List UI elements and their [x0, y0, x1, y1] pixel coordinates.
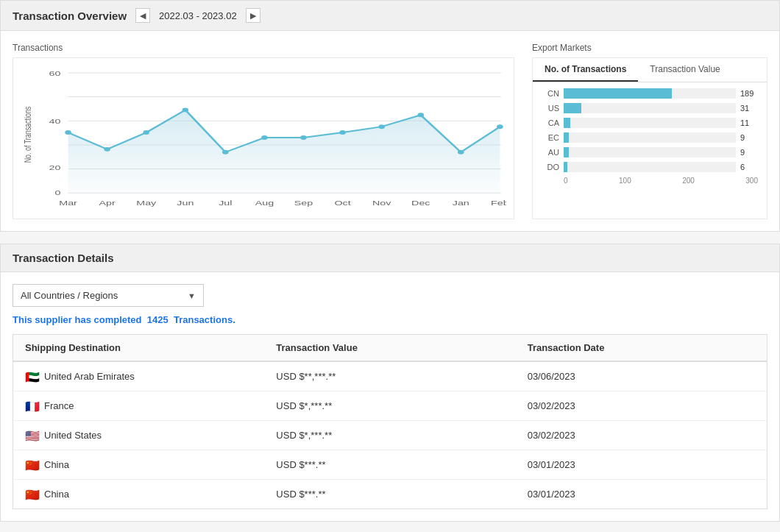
- flag-icon: 🇨🇳: [25, 460, 40, 470]
- destination-name: France: [44, 400, 74, 411]
- flag-icon: 🇺🇸: [25, 430, 40, 441]
- svg-text:60: 60: [49, 69, 61, 77]
- dropdown-wrapper: All Countries / Regions ▼: [13, 284, 767, 307]
- col-header-value: Transaction Value: [264, 335, 515, 361]
- svg-text:Apr: Apr: [99, 199, 115, 207]
- svg-text:Nov: Nov: [372, 199, 391, 207]
- table-row: 🇨🇳 China USD $***.** 03/01/2023: [13, 450, 767, 480]
- export-markets-container: No. of Transactions Transaction Value CN…: [532, 57, 767, 219]
- svg-text:No. of Transactions: No. of Transactions: [23, 106, 33, 163]
- table-cell-date: 03/06/2023: [516, 362, 767, 391]
- bar-row: CN 189: [542, 88, 758, 99]
- destination-name: United States: [44, 430, 102, 441]
- table-row: 🇦🇪 United Arab Emirates USD $**,***.** 0…: [13, 362, 767, 391]
- table-cell-value: USD $***.**: [264, 480, 515, 508]
- svg-text:Mar: Mar: [59, 199, 77, 207]
- table-cell-date: 03/01/2023: [516, 450, 767, 479]
- bar-value: 9: [740, 133, 758, 142]
- transactions-chart-section: Transactions 60 40 20 0 No. of Transacti…: [13, 43, 514, 219]
- bar-value: 9: [740, 148, 758, 157]
- table-row: 🇫🇷 France USD $*,***.** 03/02/2023: [13, 391, 767, 421]
- bar-track: [564, 103, 736, 113]
- export-markets-label: Export Markets: [532, 43, 767, 53]
- table-cell-value: USD $*,***.**: [264, 391, 515, 420]
- tab-transaction-value[interactable]: Transaction Value: [638, 58, 731, 82]
- flag-icon: 🇨🇳: [25, 489, 40, 500]
- svg-text:Dec: Dec: [411, 199, 430, 207]
- bar-fill: [564, 118, 570, 128]
- table-cell-date: 03/01/2023: [516, 480, 767, 508]
- bar-country-label: EC: [542, 133, 559, 142]
- table-header-row: Shipping Destination Transaction Value T…: [13, 335, 767, 362]
- supplier-info-prefix: This supplier has completed: [13, 314, 142, 325]
- dropdown-label: All Countries / Regions: [21, 290, 118, 301]
- svg-text:20: 20: [49, 163, 61, 171]
- table-cell-date: 03/02/2023: [516, 391, 767, 420]
- transactions-label: Transactions: [13, 43, 514, 53]
- svg-text:0: 0: [55, 188, 61, 196]
- svg-point-18: [300, 135, 307, 140]
- svg-text:May: May: [136, 199, 157, 207]
- svg-text:Jun: Jun: [177, 199, 194, 207]
- svg-point-23: [497, 124, 503, 129]
- table-cell-value: USD $*,***.**: [264, 421, 515, 450]
- destination-name: United Arab Emirates: [44, 371, 135, 382]
- svg-point-15: [182, 107, 189, 112]
- table-cell-destination: 🇫🇷 France: [13, 391, 264, 420]
- svg-point-20: [378, 124, 385, 129]
- export-markets-section: Export Markets No. of Transactions Trans…: [532, 43, 767, 219]
- transaction-details-header: Transaction Details: [0, 244, 780, 272]
- dropdown-arrow-icon: ▼: [188, 291, 196, 300]
- svg-point-16: [222, 150, 229, 155]
- section-title: Transaction Overview: [13, 10, 127, 22]
- bar-row: AU 9: [542, 147, 758, 157]
- bar-fill: [564, 88, 672, 99]
- bar-row: US 31: [542, 103, 758, 113]
- table-cell-destination: 🇺🇸 United States: [13, 421, 264, 450]
- svg-point-22: [458, 150, 464, 155]
- bar-row: EC 9: [542, 132, 758, 143]
- flag-icon: 🇦🇪: [25, 372, 40, 382]
- col-header-date: Transaction Date: [516, 335, 767, 361]
- col-header-destination: Shipping Destination: [13, 335, 264, 361]
- svg-point-19: [339, 130, 346, 135]
- supplier-info-suffix: Transactions.: [174, 314, 235, 325]
- svg-text:Jan: Jan: [453, 199, 469, 207]
- bar-row: CA 11: [542, 118, 758, 128]
- prev-period-button[interactable]: ◀: [135, 8, 150, 23]
- supplier-info: This supplier has completed 1425 Transac…: [13, 314, 767, 325]
- export-tabs: No. of Transactions Transaction Value: [533, 58, 767, 82]
- bar-country-label: AU: [542, 148, 559, 157]
- svg-text:Jul: Jul: [219, 199, 232, 207]
- details-title: Transaction Details: [13, 252, 114, 264]
- line-chart-svg: 60 40 20 0 No. of Transactions: [21, 65, 506, 211]
- bar-track: [564, 88, 736, 99]
- svg-point-12: [65, 130, 71, 135]
- bar-fill: [564, 147, 569, 157]
- date-range: 2022.03 - 2023.02: [159, 10, 237, 21]
- transaction-table: Shipping Destination Transaction Value T…: [13, 334, 767, 509]
- bar-country-label: CN: [542, 89, 559, 98]
- bar-track: [564, 132, 736, 143]
- bar-fill: [564, 132, 569, 143]
- svg-text:40: 40: [49, 117, 61, 125]
- table-cell-value: USD $***.**: [264, 450, 515, 479]
- table-cell-date: 03/02/2023: [516, 421, 767, 450]
- transaction-count: 1425: [147, 314, 169, 325]
- table-cell-destination: 🇨🇳 China: [13, 480, 264, 508]
- bar-value: 189: [740, 89, 758, 98]
- bar-value: 6: [740, 163, 758, 171]
- table-cell-value: USD $**,***.**: [264, 362, 515, 391]
- next-period-button[interactable]: ▶: [246, 8, 260, 23]
- svg-text:Sep: Sep: [294, 199, 313, 207]
- svg-point-13: [104, 147, 110, 152]
- bar-fill: [564, 103, 581, 113]
- bar-country-label: DO: [542, 163, 559, 171]
- table-row: 🇨🇳 China USD $***.** 03/01/2023: [13, 480, 767, 508]
- bar-country-label: CA: [542, 118, 559, 127]
- country-region-dropdown[interactable]: All Countries / Regions ▼: [13, 284, 204, 307]
- tab-no-transactions[interactable]: No. of Transactions: [533, 58, 638, 82]
- bar-track: [564, 147, 736, 157]
- details-body: All Countries / Regions ▼ This supplier …: [0, 272, 780, 522]
- bar-rows-container: CN 189 US 31 CA 11 EC 9 AU 9 DO 6: [542, 88, 758, 172]
